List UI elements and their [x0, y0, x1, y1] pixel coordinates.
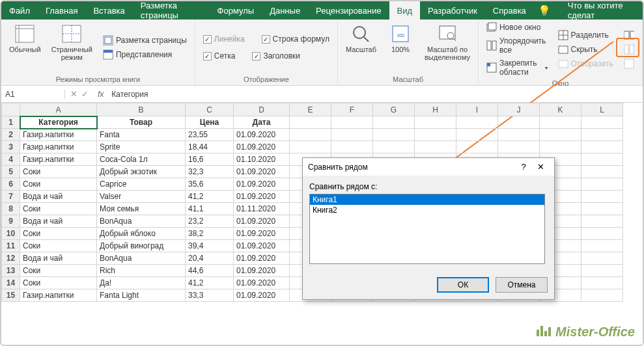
tab-review[interactable]: Рецензирование — [308, 1, 389, 20]
row-1[interactable]: 1 — [2, 116, 20, 129]
row-6[interactable]: 6 — [2, 178, 20, 191]
cell-C1[interactable]: Цена — [186, 116, 234, 129]
cell[interactable]: 35,6 — [186, 178, 234, 191]
unhide-button[interactable]: Отобразить — [555, 57, 616, 70]
cell[interactable]: Соки — [20, 166, 97, 178]
col-B[interactable]: B — [97, 103, 186, 116]
col-L[interactable]: L — [581, 103, 623, 116]
cell[interactable]: 23,55 — [186, 129, 234, 141]
zoom-100-button[interactable]: 100 100% — [384, 21, 417, 74]
cell[interactable]: Вода и чай — [20, 215, 97, 228]
col-C[interactable]: C — [186, 103, 234, 116]
name-box[interactable]: A1 — [1, 90, 65, 99]
cell[interactable]: Fanta Light — [97, 289, 186, 302]
row-14[interactable]: 14 — [2, 277, 20, 289]
cell[interactable]: Газир.напитки — [20, 289, 97, 302]
row-11[interactable]: 11 — [2, 240, 20, 252]
select-all-cell[interactable] — [2, 103, 20, 116]
row-5[interactable]: 5 — [2, 166, 20, 178]
dialog-titlebar[interactable]: Сравнить рядом ? ✕ — [303, 158, 554, 176]
row-15[interactable]: 15 — [2, 289, 20, 302]
new-window-button[interactable]: Новое окно — [484, 21, 550, 34]
fx-icon[interactable]: fx — [94, 90, 107, 99]
reset-window-pos-button[interactable] — [621, 57, 637, 70]
cell[interactable]: Sprite — [97, 141, 186, 153]
row-13[interactable]: 13 — [2, 265, 20, 277]
tab-formulas[interactable]: Формулы — [210, 1, 262, 20]
cell[interactable]: 01.10.2020 — [234, 153, 290, 166]
tab-file[interactable]: Файл — [1, 1, 38, 20]
dialog-close-button[interactable]: ✕ — [532, 162, 549, 172]
list-item[interactable]: Книга1 — [310, 194, 544, 205]
cell[interactable]: Моя семья — [97, 203, 186, 215]
cell[interactable]: BonAqua — [97, 252, 186, 265]
cell[interactable]: Газир.напитки — [20, 153, 97, 166]
row-8[interactable]: 8 — [2, 203, 20, 215]
col-D[interactable]: D — [234, 103, 290, 116]
cell[interactable]: 39,4 — [186, 240, 234, 252]
pagebreak-view-button[interactable]: Страничный режим — [49, 21, 95, 74]
split-button[interactable]: Разделить — [555, 29, 616, 42]
cell[interactable]: Добрый виноград — [97, 240, 186, 252]
cell[interactable]: 01.11.2020 — [234, 203, 290, 215]
zoom-selection-button[interactable]: Масштаб по выделенному — [422, 21, 473, 74]
row-3[interactable]: 3 — [2, 141, 20, 153]
col-H[interactable]: H — [415, 103, 456, 116]
row-2[interactable]: 2 — [2, 129, 20, 141]
col-J[interactable]: J — [498, 103, 540, 116]
tab-home[interactable]: Главная — [38, 1, 85, 20]
tab-developer[interactable]: Разработчик — [420, 1, 485, 20]
zoom-button[interactable]: Масштаб — [343, 21, 379, 74]
cell[interactable]: 01.09.2020 — [234, 289, 290, 302]
cell[interactable]: BonAqua — [97, 215, 186, 228]
tab-help[interactable]: Справка — [485, 1, 534, 20]
cell-D1[interactable]: Дата — [234, 116, 290, 129]
row-4[interactable]: 4 — [2, 153, 20, 166]
cell[interactable]: 32,3 — [186, 166, 234, 178]
customviews-button[interactable]: Представления — [100, 48, 189, 61]
col-A[interactable]: A — [20, 103, 97, 116]
cell-A1[interactable]: Категория — [20, 116, 97, 129]
col-G[interactable]: G — [373, 103, 415, 116]
col-K[interactable]: K — [540, 103, 581, 116]
cell[interactable]: Fanta — [97, 129, 186, 141]
cell[interactable]: Добрый экзотик — [97, 166, 186, 178]
tab-data[interactable]: Данные — [262, 1, 308, 20]
cell[interactable]: 01.09.2020 — [234, 141, 290, 153]
cell[interactable]: 01.09.2020 — [234, 191, 290, 203]
tab-insert[interactable]: Вставка — [85, 1, 132, 20]
col-E[interactable]: E — [290, 103, 331, 116]
cell[interactable]: 20,4 — [186, 252, 234, 265]
cell[interactable]: Соки — [20, 203, 97, 215]
cell[interactable]: 01.09.2020 — [234, 265, 290, 277]
pagelayout-button[interactable]: Разметка страницы — [100, 34, 189, 47]
cell[interactable]: 01.09.2020 — [234, 228, 290, 240]
cell[interactable]: 18,44 — [186, 141, 234, 153]
cell[interactable]: 01.09.2020 — [234, 277, 290, 289]
cell-B1[interactable]: Товар — [97, 116, 186, 129]
cell[interactable]: Coca-Cola 1л — [97, 153, 186, 166]
view-side-by-side-button[interactable] — [621, 29, 637, 42]
dialog-help-button[interactable]: ? — [515, 162, 532, 172]
sync-scroll-button[interactable] — [621, 43, 637, 56]
cell[interactable]: Вода и чай — [20, 252, 97, 265]
cell[interactable]: Соки — [20, 228, 97, 240]
cell[interactable]: 16,6 — [186, 153, 234, 166]
cell[interactable]: 41,2 — [186, 191, 234, 203]
cell[interactable]: 44,6 — [186, 265, 234, 277]
cell[interactable]: 01.09.2020 — [234, 215, 290, 228]
col-F[interactable]: F — [331, 103, 373, 116]
cell[interactable]: 01.09.2020 — [234, 252, 290, 265]
cell[interactable]: 41,1 — [186, 203, 234, 215]
cell[interactable]: Вода и чай — [20, 191, 97, 203]
cell[interactable]: 01.09.2020 — [234, 178, 290, 191]
tab-layout[interactable]: Разметка страницы — [133, 1, 210, 20]
cell[interactable]: Соки — [20, 277, 97, 289]
formula-cancel-icon[interactable]: ✕ — [70, 89, 77, 99]
dialog-listbox[interactable]: Книга1 Книга2 — [309, 194, 545, 264]
ruler-checkbox[interactable]: Линейка — [201, 33, 247, 45]
cell[interactable]: 01.09.2020 — [234, 166, 290, 178]
normal-view-button[interactable]: Обычный — [7, 21, 44, 74]
row-12[interactable]: 12 — [2, 252, 20, 265]
cell[interactable]: 01.09.2020 — [234, 129, 290, 141]
